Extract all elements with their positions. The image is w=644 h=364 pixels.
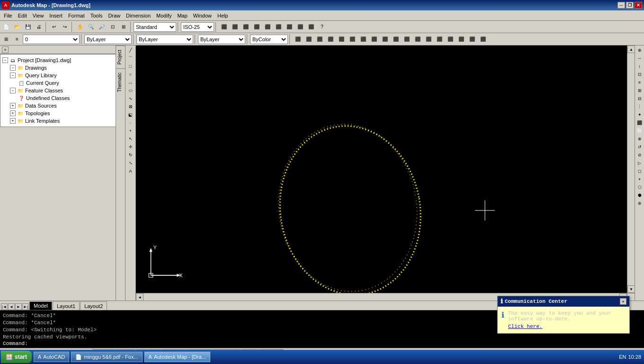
tree-feature-classes[interactable]: − 📁 Feature Classes (2, 87, 114, 94)
rt-btn20[interactable]: ⊛ (636, 200, 644, 207)
zoom-in-button[interactable]: 🔍 (86, 22, 96, 32)
draw-rect-btn[interactable]: □ (127, 63, 134, 70)
rt-btn18[interactable]: ⬡ (636, 183, 644, 191)
tab-nav-next[interactable]: ► (15, 303, 22, 310)
menu-modify[interactable]: Modify (153, 12, 174, 19)
draw-ellipse-btn[interactable]: ⬭ (127, 87, 134, 94)
rt-btn4[interactable]: ⊡ (636, 71, 644, 78)
comm-center-link[interactable]: Click here. (508, 324, 626, 329)
panel-close-button[interactable]: × (2, 46, 9, 53)
tb-extra16[interactable]: ⬛ (456, 34, 466, 45)
minimize-button[interactable]: ─ (617, 2, 625, 9)
redo-button[interactable]: ↪ (60, 22, 70, 32)
link-templates-expand[interactable]: + (10, 118, 16, 124)
menu-dimension[interactable]: Dimension (123, 12, 153, 19)
tb-extra4[interactable]: ⬛ (325, 34, 336, 45)
open-button[interactable]: 📂 (12, 22, 22, 32)
menu-view[interactable]: View (30, 12, 47, 19)
tb-btn-a7[interactable]: ⬛ (284, 22, 295, 32)
scroll-down-btn[interactable]: ▼ (627, 285, 635, 293)
rt-btn2[interactable]: ↔ (636, 55, 644, 62)
rt-btn7[interactable]: ⊟ (636, 95, 644, 102)
tb-extra17[interactable]: ⬛ (467, 34, 477, 45)
tb-extra18[interactable]: ⬛ (478, 34, 488, 45)
rt-btn14[interactable]: ⊘ (636, 151, 644, 159)
zoom-out-button[interactable]: 🔎 (97, 22, 107, 32)
draw-spline-btn[interactable]: ∿ (127, 95, 134, 102)
tree-root[interactable]: − 🗂 Project [Drawing1.dwg] (2, 56, 114, 64)
rt-btn10[interactable]: ⬛ (636, 119, 644, 127)
topologies-expand[interactable]: + (10, 110, 16, 116)
rt-btn12[interactable]: ⊕ (636, 135, 644, 143)
pan-button[interactable]: ✋ (75, 22, 85, 32)
tb-extra1[interactable]: ⬛ (293, 34, 303, 45)
tree-undefined-classes[interactable]: ❓ Undefined Classes (2, 94, 114, 102)
draw-region-btn[interactable]: ⬕ (127, 111, 134, 118)
scroll-left-btn[interactable]: ◄ (136, 293, 143, 300)
iso-select[interactable]: ISO-25 (181, 22, 214, 32)
draw-line-btn[interactable]: ╱ (127, 46, 134, 54)
menu-help[interactable]: Help (215, 12, 231, 19)
tb-extra7[interactable]: ⬛ (358, 34, 368, 45)
menu-window[interactable]: Window (190, 12, 215, 19)
tab-nav-prev[interactable]: ◄ (8, 303, 15, 310)
draw-hatch-btn[interactable]: ⊠ (127, 103, 134, 110)
draw-dot-btn[interactable]: · (127, 119, 134, 127)
tree-data-sources[interactable]: + 📁 Data Sources (2, 102, 114, 109)
comm-center-close[interactable]: ✕ (620, 298, 626, 305)
tree-query-library[interactable]: − 📁 Query Library (2, 72, 114, 79)
tb-btn-a4[interactable]: ⬛ (251, 22, 262, 32)
save-button[interactable]: 💾 (23, 22, 33, 32)
draw-circle-btn[interactable]: ○ (127, 71, 134, 78)
tb-extra14[interactable]: ⬛ (434, 34, 445, 45)
menu-map[interactable]: Map (174, 12, 190, 19)
draw-pt-btn[interactable]: + (127, 127, 134, 135)
draw-scale-btn[interactable]: ⤡ (127, 159, 134, 167)
lineweight-select[interactable]: ByLayer (198, 35, 245, 44)
tab-layout1[interactable]: Layout1 (53, 301, 80, 310)
tb-extra5[interactable]: ⬛ (336, 34, 347, 45)
rt-btn13[interactable]: ↺ (636, 143, 644, 151)
project-side-label[interactable]: Project (116, 46, 125, 68)
rt-btn5[interactable]: ≡ (636, 79, 644, 86)
tb-extra6[interactable]: ⬛ (347, 34, 358, 45)
plot-style-select[interactable]: ByColor (250, 35, 288, 44)
rt-btn9[interactable]: ✦ (636, 111, 644, 118)
tb-btn-a3[interactable]: ⬛ (241, 22, 251, 32)
restore-button[interactable]: ❐ (626, 2, 634, 9)
close-button[interactable]: ✕ (635, 2, 642, 9)
draw-move-btn[interactable]: ✛ (127, 143, 134, 151)
draw-arc-btn[interactable]: ⌓ (127, 79, 134, 86)
undo-button[interactable]: ↩ (49, 22, 59, 32)
scroll-up-btn[interactable]: ▲ (627, 46, 635, 53)
color-select[interactable]: ByLayer (84, 35, 132, 44)
menu-draw[interactable]: Draw (105, 12, 123, 19)
rt-btn6[interactable]: ⊞ (636, 87, 644, 94)
tab-layout2[interactable]: Layout2 (80, 301, 107, 310)
draw-a-btn[interactable]: A (127, 167, 134, 175)
tree-current-query[interactable]: 📋 Current Query (2, 79, 114, 87)
start-button[interactable]: 🪟 start (1, 351, 32, 363)
taskbar-autocad[interactable]: A AutoCAD (34, 352, 69, 362)
menu-tools[interactable]: Tools (88, 12, 106, 19)
print-button[interactable]: 🖨 (34, 22, 44, 32)
thematic-side-label[interactable]: Thematic (116, 68, 125, 96)
menu-edit[interactable]: Edit (15, 12, 30, 19)
tb-btn-a1[interactable]: ⬛ (219, 22, 229, 32)
tree-topologies[interactable]: + 📁 Topologies (2, 109, 114, 117)
query-library-expand[interactable]: − (10, 73, 16, 78)
menu-format[interactable]: Format (65, 12, 88, 19)
menu-insert[interactable]: Insert (46, 12, 65, 19)
tb-extra13[interactable]: ⬛ (423, 34, 434, 45)
rt-btn8[interactable]: ⋮ (636, 103, 644, 110)
tb-btn-a6[interactable]: ⬛ (273, 22, 284, 32)
tree-drawings[interactable]: − 📁 Drawings (2, 64, 114, 72)
layer-select[interactable]: 0 (23, 35, 80, 44)
rt-btn1[interactable]: ⊕ (636, 46, 644, 54)
tb-extra8[interactable]: ⬛ (369, 34, 379, 45)
standard-select[interactable]: Standard (134, 22, 176, 32)
data-sources-expand[interactable]: + (10, 103, 16, 109)
draw-arr-btn[interactable]: ↖ (127, 135, 134, 143)
zoom-extent-button[interactable]: ⊡ (107, 22, 118, 32)
tb-extra3[interactable]: ⬛ (314, 34, 325, 45)
